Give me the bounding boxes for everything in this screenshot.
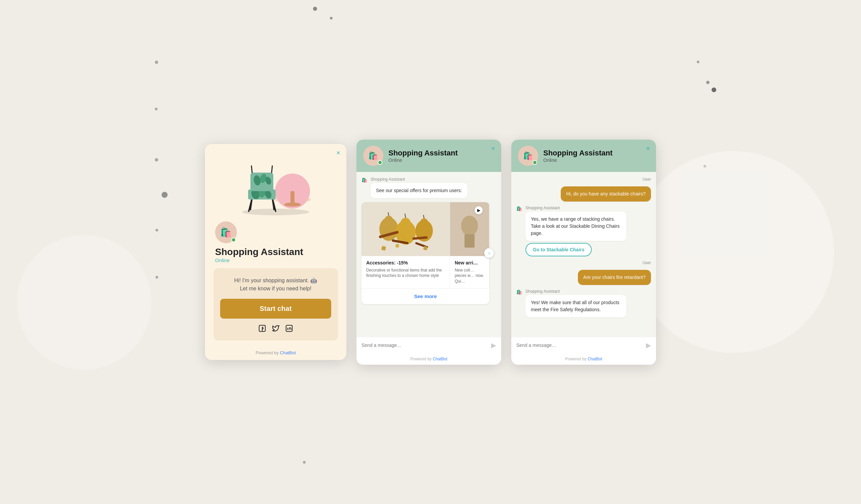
panels-container: × bbox=[205, 140, 656, 365]
message-input-panel3[interactable] bbox=[516, 342, 643, 348]
chat-header-panel2: 🛍️ Shopping Assistant Online × bbox=[356, 140, 501, 172]
svg-rect-36 bbox=[381, 246, 386, 251]
bot-identity: Shopping Assistant Online bbox=[205, 245, 346, 263]
user-label-1: User bbox=[643, 177, 651, 182]
bot-name-panel1: Shopping Assistant bbox=[215, 247, 336, 257]
svg-point-24 bbox=[384, 216, 394, 228]
svg-point-4 bbox=[284, 202, 301, 207]
user-label-3: User bbox=[643, 261, 651, 265]
online-indicator bbox=[231, 238, 236, 242]
bot-name-panel2: Shopping Assistant bbox=[388, 149, 458, 157]
see-more-button[interactable]: See more bbox=[414, 293, 437, 299]
twitter-icon[interactable] bbox=[272, 325, 279, 334]
svg-point-30 bbox=[420, 218, 428, 229]
chat-panel-carousel: 🛍️ Shopping Assistant Online × 🛍️ Shoppi… bbox=[356, 140, 501, 365]
chat-input-area-panel3: ▶ bbox=[511, 337, 656, 353]
svg-point-40 bbox=[461, 216, 478, 236]
svg-line-7 bbox=[250, 198, 252, 210]
chat-panel-conversation: 🛍️ Shopping Assistant Online × User Hi, … bbox=[511, 140, 656, 365]
powered-by-panel1: Powered by ChatBot bbox=[205, 346, 346, 360]
svg-line-18 bbox=[272, 166, 272, 172]
product-title-1: Accessories: -15% bbox=[366, 260, 445, 265]
bot-status-panel3: Online bbox=[543, 157, 613, 163]
svg-line-8 bbox=[272, 198, 274, 210]
svg-point-19 bbox=[242, 209, 309, 215]
carousel-next-button[interactable]: › bbox=[484, 248, 494, 258]
avatar-area: 🛍️ bbox=[205, 221, 346, 245]
online-dot-panel2 bbox=[378, 160, 382, 165]
message-input-panel2[interactable] bbox=[361, 342, 488, 348]
carousel-container: Accessories: -15% Decorative or function… bbox=[361, 202, 489, 304]
product-image-new bbox=[450, 202, 489, 256]
greeting-text: Hi! I'm your shopping assistant. 🤖Let me… bbox=[220, 277, 331, 293]
user-message-3: User Are your chairs fire retardant? bbox=[516, 261, 651, 285]
chatbot-link-panel2[interactable]: ChatBot bbox=[433, 356, 447, 361]
product-desc-1: Decorative or functional items that add … bbox=[366, 267, 445, 279]
send-button-panel2[interactable]: ▶ bbox=[491, 341, 496, 349]
bot-bubble-1: See our special offers for premium users… bbox=[371, 183, 467, 198]
bot-avatar-msg1: 🛍️ bbox=[361, 177, 367, 183]
bag-icon-msg4: 🛍️ bbox=[516, 289, 522, 295]
bot-avatar-msg4: 🛍️ bbox=[516, 289, 522, 295]
chat-input-area-panel2: ▶ bbox=[356, 337, 501, 353]
user-message-1: User Hi, do you have any stackable chair… bbox=[516, 177, 651, 201]
social-icons bbox=[220, 325, 331, 334]
favorite-icon[interactable]: ▶ bbox=[475, 206, 483, 214]
product-card-1: Accessories: -15% Decorative or function… bbox=[361, 202, 450, 288]
chat-header-panel3: 🛍️ Shopping Assistant Online × bbox=[511, 140, 656, 172]
hero-area bbox=[205, 144, 346, 221]
user-bubble-1: Hi, do you have any stackable chairs? bbox=[561, 186, 651, 201]
bot-msg-content-2: Shopping Assistant Yes, we have a range … bbox=[525, 206, 626, 256]
chatbot-link-panel1[interactable]: ChatBot bbox=[280, 350, 296, 355]
carousel-wrapper: Accessories: -15% Decorative or function… bbox=[361, 202, 489, 304]
bot-message-2: 🛍️ Shopping Assistant Yes, we have a ran… bbox=[516, 206, 651, 256]
bag-icon-panel2: 🛍️ bbox=[368, 151, 378, 160]
bot-sender-label-1: Shopping Assistant bbox=[371, 177, 467, 182]
bot-msg-content-1: Shopping Assistant See our special offer… bbox=[371, 177, 467, 198]
bot-sender-label-2: Shopping Assistant bbox=[525, 206, 626, 210]
send-button-panel3[interactable]: ▶ bbox=[646, 341, 651, 349]
online-dot-panel3 bbox=[532, 160, 537, 165]
greeting-box: Hi! I'm your shopping assistant. 🤖Let me… bbox=[214, 268, 338, 340]
product-image-pears bbox=[361, 202, 450, 256]
bot-message-4: 🛍️ Shopping Assistant Yes! We make sure … bbox=[516, 289, 651, 317]
furniture-illustration bbox=[225, 154, 326, 218]
messages-area-panel2: 🛍️ Shopping Assistant See our special of… bbox=[356, 172, 501, 337]
product-card-1-body: Accessories: -15% Decorative or function… bbox=[361, 256, 450, 283]
svg-line-17 bbox=[251, 166, 252, 172]
powered-by-panel2: Powered by ChatBot bbox=[356, 353, 501, 365]
avatar-panel2: 🛍️ bbox=[363, 146, 383, 166]
stackable-chairs-button[interactable]: Go to Stackable Chairs bbox=[525, 243, 592, 256]
chatbot-link-panel3[interactable]: ChatBot bbox=[588, 356, 602, 361]
bot-bubble-4: Yes! We make sure that all of our produc… bbox=[525, 295, 626, 317]
bot-avatar-msg2: 🛍️ bbox=[516, 206, 522, 212]
product-card-2-body: New arri… New coll… pieces w… now. Qui… bbox=[450, 256, 489, 288]
bot-status-panel2: Online bbox=[388, 157, 458, 163]
header-info-panel2: Shopping Assistant Online bbox=[388, 149, 458, 163]
bag-icon-panel3: 🛍️ bbox=[523, 151, 533, 160]
close-button-panel3[interactable]: × bbox=[646, 145, 650, 152]
bot-sender-label-4: Shopping Assistant bbox=[525, 289, 626, 294]
avatar: 🛍️ bbox=[215, 221, 237, 243]
start-chat-button[interactable]: Start chat bbox=[220, 299, 331, 319]
facebook-icon[interactable] bbox=[259, 325, 266, 334]
user-bubble-3: Are your chairs fire retardant? bbox=[578, 270, 651, 285]
close-button-panel1[interactable]: × bbox=[336, 149, 340, 156]
bot-message-1: 🛍️ Shopping Assistant See our special of… bbox=[361, 177, 496, 198]
carousel-inner: Accessories: -15% Decorative or function… bbox=[361, 202, 489, 288]
bot-name-panel3: Shopping Assistant bbox=[543, 149, 613, 157]
bot-bubble-2: Yes, we have a range of stacking chairs.… bbox=[525, 212, 626, 241]
product-card-2-partial: New arri… New coll… pieces w… now. Qui… bbox=[450, 202, 489, 288]
product-desc-2: New coll… pieces w… now. Qui… bbox=[455, 267, 484, 284]
bag-icon-msg1: 🛍️ bbox=[361, 177, 367, 183]
linkedin-icon[interactable] bbox=[285, 325, 293, 334]
header-info-panel3: Shopping Assistant Online bbox=[543, 149, 613, 163]
welcome-panel: × bbox=[205, 144, 346, 360]
close-button-panel2[interactable]: × bbox=[491, 145, 495, 152]
see-more-area: See more bbox=[361, 288, 489, 304]
messages-area-panel3: User Hi, do you have any stackable chair… bbox=[511, 172, 656, 337]
product-title-2: New arri… bbox=[455, 260, 484, 265]
svg-rect-41 bbox=[464, 234, 475, 248]
powered-by-panel3: Powered by ChatBot bbox=[511, 353, 656, 365]
svg-rect-37 bbox=[396, 244, 399, 248]
